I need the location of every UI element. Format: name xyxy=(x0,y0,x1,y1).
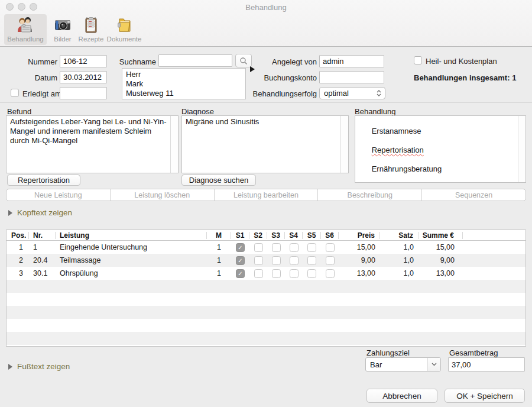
befund-text: Aufsteigendes Leber-Yang bei Le- und Ni-… xyxy=(7,116,170,173)
patient-line-2: Mark xyxy=(126,79,143,88)
behandlung-textarea[interactable]: Erstanamnese Repertorisation Ernährungsb… xyxy=(355,115,526,183)
erledigt-am-input[interactable] xyxy=(60,87,107,99)
table-header-row: Pos. Nr. Leistung M S1 S2 S3 S4 S5 S6 Pr… xyxy=(7,230,525,241)
buchungskonto-label: Buchungskonto xyxy=(254,73,317,82)
toolbar-label-rezepte: Rezepte xyxy=(79,35,104,43)
gesamtbetrag-input[interactable] xyxy=(448,357,525,372)
satz-checkbox-s1[interactable]: ✓ xyxy=(236,243,245,252)
satz-checkbox-s1[interactable]: ✓ xyxy=(236,269,245,278)
datum-input[interactable] xyxy=(60,71,107,83)
table-empty-row[interactable] xyxy=(7,306,525,319)
kopftext-label: Kopftext zeigen xyxy=(17,208,72,217)
toolbar-label-behandlung: Behandlung xyxy=(7,35,43,43)
abbrechen-button[interactable]: Abbrechen xyxy=(366,389,437,403)
header-satz[interactable]: Satz xyxy=(380,232,419,239)
fusstext-disclosure[interactable]: Fußtext zeigen xyxy=(8,362,70,371)
satz-checkbox-s5[interactable] xyxy=(307,243,316,252)
satz-checkbox-s1[interactable]: ✓ xyxy=(236,256,245,265)
header-leistung[interactable]: Leistung xyxy=(56,232,207,239)
sequenzen-button[interactable]: Sequenzen xyxy=(422,189,525,201)
satz-checkbox-s2[interactable] xyxy=(254,256,263,265)
diagnose-suchen-button[interactable]: Diagnose suchen xyxy=(181,175,256,186)
leistung-loeschen-button[interactable]: Leistung löschen xyxy=(111,189,215,201)
kopftext-disclosure[interactable]: Kopftext zeigen xyxy=(8,208,72,217)
patient-address-box[interactable]: HerrMarkMusterweg 11 xyxy=(122,68,246,99)
toolbar-item-bilder[interactable]: Bilder xyxy=(49,14,76,45)
satz-checkbox-s3[interactable] xyxy=(272,243,281,252)
satz-checkbox-s3[interactable] xyxy=(272,269,281,278)
camera-icon xyxy=(53,15,72,34)
befund-scrollbar[interactable] xyxy=(170,116,178,173)
header-s5[interactable]: S5 xyxy=(303,232,321,239)
behandlungserfolg-select[interactable]: optimal xyxy=(319,87,385,99)
table-row[interactable]: 220.4Teilmassage1✓9,001,09,00 xyxy=(7,254,525,267)
header-s1[interactable]: S1 xyxy=(231,232,249,239)
suchname-input[interactable] xyxy=(158,54,232,67)
satz-checkbox-s3[interactable] xyxy=(272,256,281,265)
satz-checkbox-s6[interactable] xyxy=(326,243,335,252)
zahlungsziel-value: Bar xyxy=(366,360,427,369)
header-s2[interactable]: S2 xyxy=(249,232,267,239)
gesamtbetrag-label: Gesamtbetrag xyxy=(449,348,498,357)
toolbar-item-behandlung[interactable]: Behandlung xyxy=(4,14,47,45)
behandlung-line-3: Ernährungsberatung xyxy=(372,164,442,173)
neue-leistung-button[interactable]: Neue Leistung xyxy=(7,189,111,201)
behandlungserfolg-label: Behandlungserfolg xyxy=(248,89,317,98)
behandlung-label: Behandlung xyxy=(355,107,395,116)
satz-checkbox-s4[interactable] xyxy=(290,269,299,278)
repertorisation-button[interactable]: Repertorisation xyxy=(7,175,80,186)
header-summe[interactable]: Summe € xyxy=(419,232,463,239)
header-m[interactable]: M xyxy=(207,232,231,239)
table-row[interactable]: 11Eingehende Untersuchung1✓15,001,015,00 xyxy=(7,241,525,254)
erledigt-am-checkbox[interactable] xyxy=(11,89,19,97)
leistungen-table[interactable]: Pos. Nr. Leistung M S1 S2 S3 S4 S5 S6 Pr… xyxy=(6,230,526,347)
patient-popup-triangle-icon[interactable] xyxy=(250,66,255,72)
toolbar-item-dokumente[interactable]: Dokumente xyxy=(106,14,142,45)
buchungskonto-input[interactable] xyxy=(319,71,384,83)
satz-checkbox-s5[interactable] xyxy=(307,269,316,278)
behandlung-scrollbar[interactable] xyxy=(518,116,525,182)
datum-label: Datum xyxy=(12,73,57,82)
stepper-arrows-icon xyxy=(374,88,384,98)
search-button[interactable] xyxy=(235,54,252,67)
befund-textarea[interactable]: Aufsteigendes Leber-Yang bei Le- und Ni-… xyxy=(6,115,179,173)
header-s6[interactable]: S6 xyxy=(321,232,339,239)
angelegt-von-label: Angelegt von xyxy=(254,57,317,66)
patients-icon xyxy=(16,15,35,34)
satz-checkbox-s6[interactable] xyxy=(326,269,335,278)
nummer-label: Nummer xyxy=(12,57,57,66)
header-pos[interactable]: Pos. xyxy=(7,232,29,239)
table-empty-row[interactable] xyxy=(7,319,525,332)
chevron-down-icon xyxy=(427,358,440,371)
leistung-bearbeiten-button[interactable]: Leistung bearbeiten xyxy=(215,189,319,201)
satz-checkbox-s5[interactable] xyxy=(307,256,316,265)
header-preis[interactable]: Preis xyxy=(339,232,380,239)
table-empty-row[interactable] xyxy=(7,345,525,347)
zahlungsziel-combo[interactable]: Bar xyxy=(365,357,441,372)
header-s3[interactable]: S3 xyxy=(267,232,285,239)
erledigt-am-label: Erledigt am xyxy=(22,89,61,98)
header-s4[interactable]: S4 xyxy=(285,232,303,239)
satz-checkbox-s2[interactable] xyxy=(254,243,263,252)
satz-checkbox-s6[interactable] xyxy=(326,256,335,265)
table-row[interactable]: 330.1Ohrspülung1✓13,001,013,00 xyxy=(7,267,525,280)
toolbar-item-rezepte[interactable]: Rezepte xyxy=(76,14,106,45)
satz-checkbox-s4[interactable] xyxy=(290,243,299,252)
diagnose-textarea[interactable]: Migräne und Sinusitis xyxy=(181,115,349,173)
header-nr[interactable]: Nr. xyxy=(29,232,56,239)
heil-kostenplan-checkbox[interactable] xyxy=(414,56,422,64)
table-empty-row[interactable] xyxy=(7,332,525,345)
table-empty-row[interactable] xyxy=(7,293,525,306)
ok-speichern-button[interactable]: OK + Speichern xyxy=(445,389,525,403)
disclosure-triangle-icon xyxy=(8,210,12,216)
satz-checkbox-s4[interactable] xyxy=(290,256,299,265)
header-filler xyxy=(463,232,525,239)
window-chrome: Behandlung Behandlung xyxy=(0,0,532,47)
table-empty-row[interactable] xyxy=(7,280,525,293)
diagnose-scrollbar[interactable] xyxy=(340,116,348,173)
patient-line-3: Musterweg 11 xyxy=(126,89,174,98)
nummer-input[interactable] xyxy=(60,55,107,67)
satz-checkbox-s2[interactable] xyxy=(254,269,263,278)
angelegt-von-input[interactable] xyxy=(319,55,384,67)
beschreibung-button[interactable]: Beschreibung xyxy=(318,189,422,201)
